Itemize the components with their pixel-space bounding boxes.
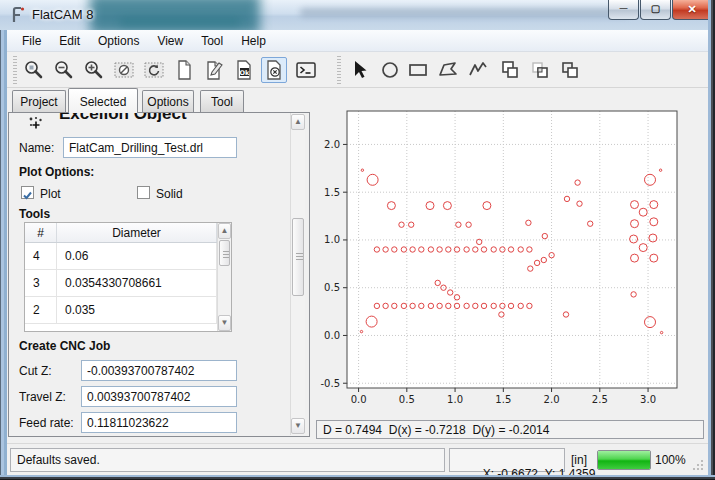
scrollbar-grip	[223, 251, 229, 258]
resize-grip-icon[interactable]	[692, 459, 704, 471]
table-scrollbar-thumb[interactable]	[219, 240, 230, 266]
travelz-label: Travel Z:	[19, 390, 66, 404]
replot-icon	[143, 59, 165, 81]
svg-text:2.5: 2.5	[592, 394, 608, 405]
glass-blur-decoration	[120, 18, 240, 26]
tab-options[interactable]: Options	[142, 90, 194, 112]
progress-bar	[597, 450, 651, 470]
window-frame-right	[708, 0, 715, 480]
feedrate-label: Feed rate:	[19, 416, 74, 430]
new-file-icon	[173, 59, 195, 81]
close-button[interactable]: ✕	[672, 0, 712, 20]
zoom-fit-button[interactable]	[21, 57, 47, 83]
toolbar-drag-handle[interactable]	[13, 56, 17, 84]
toolbar: Ok	[7, 52, 708, 88]
scroll-up-icon[interactable]: ▲	[218, 223, 231, 239]
table-row[interactable]: 2 0.035	[25, 297, 217, 324]
scroll-down-icon[interactable]: ▼	[218, 315, 231, 331]
glass-blur-decoration	[300, 8, 630, 17]
intersect-squares-icon	[529, 59, 551, 81]
app-window: FlatCAM 8 — ▢ ✕ File Edit Options View T…	[0, 0, 715, 480]
svg-text:2.0: 2.0	[544, 394, 560, 405]
join-geometry-button[interactable]	[497, 57, 523, 83]
save-project-button[interactable]: Ok	[231, 57, 257, 83]
scroll-up-icon[interactable]: ▲	[291, 114, 305, 130]
plot-checkbox[interactable]	[21, 186, 34, 199]
select-tool-button[interactable]	[347, 57, 373, 83]
replot-button[interactable]	[141, 57, 167, 83]
union-squares-icon	[499, 59, 521, 81]
clear-plot-button[interactable]	[111, 57, 137, 83]
menu-view[interactable]: View	[148, 31, 192, 51]
flatcam-logo-icon	[10, 6, 28, 24]
column-header-number[interactable]: #	[25, 223, 57, 242]
menu-bar: File Edit Options View Tool Help	[7, 30, 708, 52]
name-input[interactable]	[63, 137, 237, 158]
column-header-diameter[interactable]: Diameter	[57, 223, 217, 242]
table-scrollbar[interactable]: ▲ ▼	[217, 223, 231, 331]
solid-checkbox[interactable]	[137, 186, 150, 199]
zoom-out-icon	[53, 59, 75, 81]
ok-file-icon: Ok	[233, 59, 255, 81]
tools-label: Tools	[19, 207, 50, 221]
panel-scrollbar-thumb[interactable]	[292, 218, 304, 296]
menu-help[interactable]: Help	[232, 31, 275, 51]
intersect-geometry-button[interactable]	[527, 57, 553, 83]
zoom-in-button[interactable]	[81, 57, 107, 83]
solid-checkbox-label[interactable]: Solid	[156, 187, 183, 201]
maximize-icon: ▢	[641, 0, 670, 18]
delete-file-icon	[263, 59, 285, 81]
new-project-button[interactable]	[171, 57, 197, 83]
menu-tool[interactable]: Tool	[192, 31, 232, 51]
cell-diameter: 0.06	[57, 243, 217, 269]
draw-rectangle-button[interactable]	[405, 57, 431, 83]
svg-text:Ok: Ok	[240, 69, 251, 77]
tab-tool[interactable]: Tool	[200, 90, 244, 112]
subtract-geometry-button[interactable]	[557, 57, 583, 83]
title-bar[interactable]: FlatCAM 8 — ▢ ✕	[0, 0, 715, 30]
toolbar-drag-handle[interactable]	[337, 56, 341, 84]
svg-text:1.0: 1.0	[324, 234, 340, 245]
plot-svg[interactable]: 0.00.51.01.52.02.53.0-0.50.00.51.01.52.0	[316, 97, 710, 417]
plot-checkbox-label[interactable]: Plot	[40, 187, 61, 201]
scroll-down-icon[interactable]: ▼	[291, 418, 305, 434]
menu-edit[interactable]: Edit	[50, 31, 89, 51]
table-row[interactable]: 4 0.06	[25, 243, 217, 270]
panel-scrollbar[interactable]: ▲ ▼	[290, 113, 305, 435]
rectangle-shape-icon	[407, 59, 429, 81]
feedrate-input[interactable]	[81, 412, 237, 433]
polygon-shape-icon	[437, 59, 459, 81]
plot-options-label: Plot Options:	[19, 165, 94, 179]
tab-selected[interactable]: Selected	[68, 88, 138, 113]
menu-options[interactable]: Options	[89, 31, 148, 51]
cursor-arrow-icon	[349, 59, 371, 81]
plot-canvas[interactable]: 0.00.51.01.52.02.53.0-0.50.00.51.01.52.0	[316, 97, 710, 417]
zoom-fit-icon	[23, 59, 45, 81]
scrollbar-grip	[296, 253, 303, 262]
window-frame-bottom	[0, 475, 715, 480]
delete-object-button[interactable]	[261, 57, 287, 83]
minimize-button[interactable]: —	[608, 0, 639, 20]
client-area: File Edit Options View Tool Help	[7, 30, 708, 475]
table-row[interactable]: 3 0.0354330708661	[25, 270, 217, 297]
open-project-button[interactable]	[201, 57, 227, 83]
svg-text:-0.5: -0.5	[320, 378, 340, 389]
shell-button[interactable]	[293, 57, 319, 83]
draw-path-button[interactable]	[465, 57, 491, 83]
subtract-squares-icon	[559, 59, 581, 81]
minimize-icon: —	[609, 0, 638, 16]
menu-file[interactable]: File	[13, 31, 50, 51]
draw-polygon-button[interactable]	[435, 57, 461, 83]
cell-tool-number: 4	[25, 243, 57, 269]
travelz-input[interactable]	[81, 386, 237, 407]
maximize-button[interactable]: ▢	[640, 0, 671, 20]
excellon-object-icon	[27, 115, 45, 133]
cutz-label: Cut Z:	[19, 364, 52, 378]
zoom-out-button[interactable]	[51, 57, 77, 83]
tab-project[interactable]: Project	[12, 90, 66, 112]
cell-diameter: 0.0354330708661	[57, 270, 217, 296]
clear-plot-icon	[113, 59, 135, 81]
draw-circle-button[interactable]	[377, 57, 403, 83]
cutz-input[interactable]	[81, 360, 237, 381]
status-bar: Defaults saved. X: -0.6672 Y: 1.4359 [in…	[7, 443, 708, 475]
